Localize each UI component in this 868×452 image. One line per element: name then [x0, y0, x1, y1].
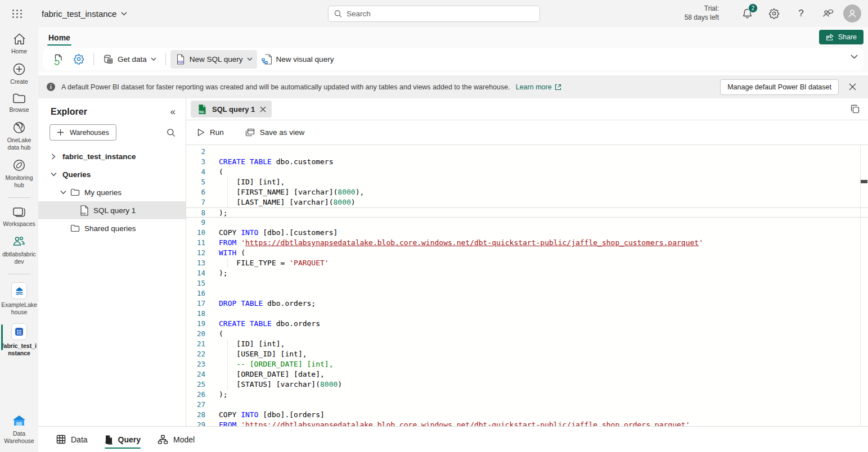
code-line[interactable]: 11FROM 'https://dbtlabsynapsedatalake.bl… [186, 238, 868, 248]
code-line[interactable]: 27 [186, 400, 868, 410]
nav-item-workspaces[interactable]: Workspaces [0, 206, 38, 228]
code-line[interactable]: 22 [USER_ID] [int], [186, 349, 868, 359]
feedback-button[interactable] [822, 7, 834, 20]
workspace-title: fabric_test_instance [42, 9, 116, 19]
workspace-switcher[interactable]: fabric_test_instance [42, 9, 127, 19]
code-line[interactable]: 15 [186, 278, 868, 288]
code-line[interactable]: 21 [ID] [int], [186, 339, 868, 349]
feedback-icon [822, 8, 834, 19]
tree-item-label: SQL query 1 [93, 206, 136, 215]
code-line[interactable]: 9 [186, 218, 868, 228]
nav-item-label: Data Warehouse [1, 430, 37, 445]
tree-item-sql-query-1[interactable]: SQLSQL query 1 [38, 201, 186, 219]
code-line[interactable]: 3CREATE TABLE dbo.customers [186, 157, 868, 167]
code-line[interactable]: 25 [STATUS] [varchar](8000) [186, 379, 868, 390]
dataset-info-banner: A default Power BI dataset for faster re… [38, 75, 868, 98]
refresh-button[interactable] [48, 50, 69, 69]
code-line[interactable]: 10COPY INTO [dbo].[customers] [186, 228, 868, 238]
collapse-explorer-icon[interactable]: « [170, 106, 176, 117]
code-line[interactable]: 18 [186, 309, 868, 319]
run-button[interactable]: Run [194, 125, 227, 139]
code-text: [LAST_NAME] [varchar](8000) [219, 197, 356, 207]
notifications-button[interactable]: 2 [741, 7, 753, 20]
close-tab-icon[interactable] [260, 106, 266, 112]
tree-item-label: My queries [84, 188, 122, 197]
tree-item-label: fabric_test_instance [62, 152, 136, 161]
nav-item-monitoring-hub[interactable]: Monitoring hub [0, 159, 38, 189]
nav-item-home[interactable]: Home [0, 33, 38, 55]
code-line[interactable]: 29FROM 'https://dbtlabsynapsedatalake.bl… [186, 420, 868, 426]
view-tab-query[interactable]: Query [105, 427, 141, 452]
code-line[interactable]: 8); [186, 207, 868, 218]
explorer-search-icon[interactable] [167, 128, 176, 137]
line-number: 23 [186, 359, 209, 369]
code-line[interactable]: 12WITH ( [186, 248, 868, 258]
svg-text:SQL: SQL [178, 60, 185, 64]
manage-dataset-button[interactable]: Manage default Power BI dataset [720, 79, 839, 95]
code-line[interactable]: 17DROP TABLE dbo.orders; [186, 299, 868, 309]
folder-icon [70, 224, 80, 232]
code-line[interactable]: 6 [FIRST_NAME] [varchar](8000), [186, 187, 868, 197]
get-data-button[interactable]: Get data [98, 51, 161, 68]
code-line[interactable]: 19CREATE TABLE dbo.orders [186, 319, 868, 329]
settings-button[interactable] [768, 7, 780, 20]
sql-code-editor[interactable]: 23CREATE TABLE dbo.customers4(5 [ID] [in… [186, 145, 868, 426]
warehouse-tile-icon [11, 323, 27, 340]
code-line[interactable]: 5 [ID] [int], [186, 177, 868, 187]
code-line[interactable]: 26); [186, 390, 868, 400]
add-warehouses-button[interactable]: Warehouses [50, 124, 116, 141]
query-tab[interactable]: SQL SQL query 1 [191, 101, 272, 117]
chevron-down-icon[interactable] [50, 172, 57, 177]
code-line[interactable]: 16 [186, 288, 868, 299]
query-doc-icon [105, 435, 113, 445]
nav-item-create[interactable]: Create [0, 62, 38, 85]
editor-scrollbar[interactable] [860, 145, 868, 426]
chevron-down-icon[interactable] [59, 190, 67, 195]
chevron-right-icon[interactable] [50, 153, 57, 160]
line-number: 7 [186, 197, 209, 207]
tree-item-my-queries[interactable]: My queries [38, 183, 186, 201]
code-line[interactable]: 4( [186, 167, 868, 177]
code-line[interactable]: 23 -- [ORDER_DATE] [int], [186, 359, 868, 369]
search-input[interactable] [347, 10, 534, 18]
new-sql-query-button[interactable]: SQL New SQL query [170, 50, 257, 69]
code-line[interactable]: 24 [ORDER_DATE] [date], [186, 369, 868, 379]
nav-item-dbtlabsfabricdev[interactable]: dbtlabsfabricdev [0, 235, 38, 265]
app-launcher-waffle-icon[interactable] [8, 0, 27, 27]
nav-item-onelake-data-hub[interactable]: OneLake data hub [0, 121, 38, 151]
new-visual-query-button[interactable]: New visual query [257, 50, 339, 69]
banner-close-button[interactable] [844, 79, 860, 95]
line-number: 24 [186, 369, 209, 379]
tree-item-queries[interactable]: Queries [38, 165, 186, 183]
tab-home[interactable]: Home [46, 33, 73, 47]
view-tab-data[interactable]: Data [56, 427, 88, 452]
account-avatar[interactable] [843, 4, 861, 22]
nav-item-fabric-test-instance[interactable]: fabric_test_instance [0, 323, 38, 357]
tree-item-shared-queries[interactable]: Shared queries [38, 219, 186, 237]
help-button[interactable]: ? [795, 7, 807, 20]
copy-icon[interactable] [850, 104, 860, 114]
code-text: ( [219, 329, 223, 339]
global-search[interactable] [328, 6, 540, 22]
nav-item-examplelakehouse[interactable]: ExampleLakehouse [0, 282, 38, 316]
code-line[interactable]: 7 [LAST_NAME] [varchar](8000) [186, 197, 868, 207]
nav-item-data-warehouse[interactable]: Data Warehouse [0, 414, 38, 445]
view-switcher-bar: DataQueryModel [38, 426, 868, 452]
tool-settings-button[interactable] [69, 50, 89, 68]
share-button[interactable]: Share [819, 30, 863, 44]
nav-item-label: Create [1, 78, 37, 85]
code-line[interactable]: 20( [186, 329, 868, 339]
code-line[interactable]: 13 FILE_TYPE = 'PARQUET' [186, 258, 868, 268]
nav-item-browse[interactable]: Browse [0, 93, 38, 114]
line-number: 5 [186, 177, 209, 187]
query-toolbar: Run Save as view [186, 120, 868, 145]
code-line[interactable]: 14); [186, 268, 868, 278]
code-line[interactable]: 28COPY INTO [dbo].[orders] [186, 410, 868, 420]
code-text: ); [219, 390, 228, 400]
collapse-ribbon-chevron-icon[interactable] [851, 55, 858, 59]
code-line[interactable]: 2 [186, 147, 868, 157]
save-as-view-button[interactable]: Save as view [242, 125, 308, 139]
tree-item-fabric-test-instance[interactable]: fabric_test_instance [38, 147, 186, 165]
view-tab-model[interactable]: Model [158, 427, 195, 452]
learn-more-link[interactable]: Learn more [516, 83, 561, 91]
